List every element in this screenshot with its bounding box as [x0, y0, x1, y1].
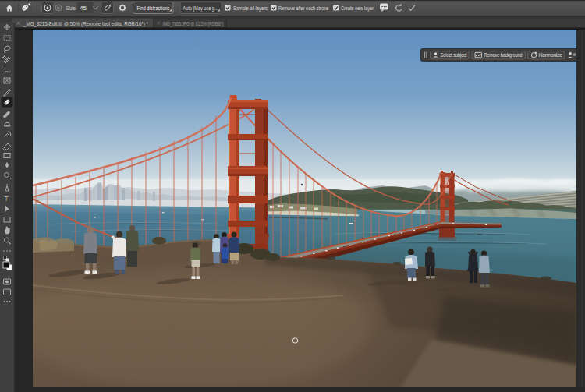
svg-text:Harmonize: Harmonize	[539, 52, 562, 58]
svg-text:Auto (May use g...: Auto (May use g...	[183, 5, 218, 12]
svg-text:Sample all layers: Sample all layers	[233, 5, 268, 12]
svg-text:Size: Size	[66, 5, 76, 11]
svg-text:Find distractions: Find distractions	[137, 5, 170, 11]
svg-text:Remove after each stroke: Remove after each stroke	[278, 5, 328, 11]
svg-text:_MG_8215-Edit.tif @ 50% (Remov: _MG_8215-Edit.tif @ 50% (Remove tool edi…	[23, 21, 148, 27]
svg-text:Create new layer: Create new layer	[341, 5, 374, 12]
svg-text:Select subject: Select subject	[441, 52, 467, 58]
svg-text:45: 45	[80, 5, 87, 11]
svg-text:IMG_7865.JPG @ 61.5% (RGB/8*): IMG_7865.JPG @ 61.5% (RGB/8*)	[163, 21, 224, 27]
svg-text:Remove background: Remove background	[484, 52, 523, 58]
svg-text:T: T	[5, 195, 9, 203]
